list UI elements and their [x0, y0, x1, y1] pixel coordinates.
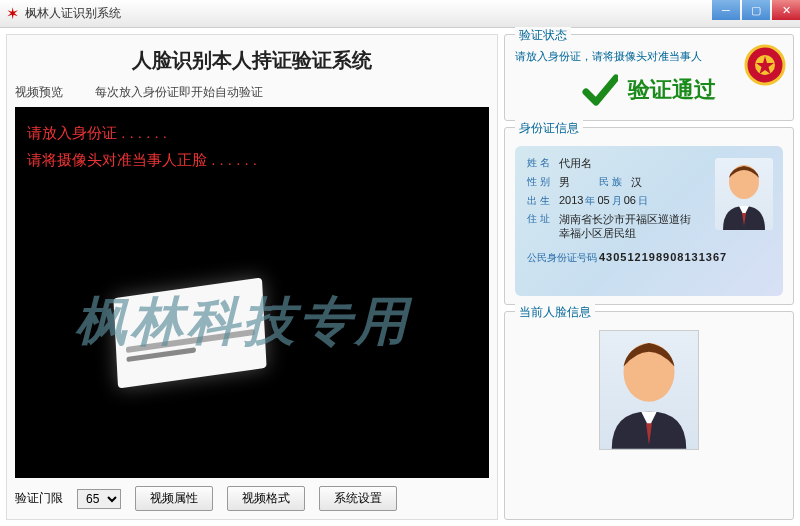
id-birth-y: 2013: [559, 194, 583, 208]
current-face-group: 当前人脸信息: [504, 311, 794, 520]
idinfo-group-title: 身份证信息: [515, 120, 583, 137]
maximize-button[interactable]: ▢: [742, 0, 770, 20]
checkmark-icon: [582, 72, 618, 108]
status-group: 验证状态 请放入身份证，请将摄像头对准当事人 验证通过: [504, 34, 794, 121]
overlay-line-1: 请放入身份证 . . . . . .: [27, 119, 257, 146]
left-panel: 人脸识别本人持证验证系统 视频预览 每次放入身份证即开始自动验证 请放入身份证 …: [6, 34, 498, 520]
preview-header: 视频预览 每次放入身份证即开始自动验证: [15, 84, 489, 101]
system-settings-button[interactable]: 系统设置: [319, 486, 397, 511]
id-nation-value: 汉: [631, 175, 642, 190]
status-group-title: 验证状态: [515, 27, 571, 44]
id-birth-m: 05: [597, 194, 609, 208]
window-title: 枫林人证识别系统: [25, 5, 121, 22]
idinfo-group: 身份证信息 姓 名代用名 性 别男民 族汉 出 生2013年05月06日 住 址…: [504, 127, 794, 305]
content-area: 人脸识别本人持证验证系统 视频预览 每次放入身份证即开始自动验证 请放入身份证 …: [0, 28, 800, 526]
window-controls: ─ ▢ ✕: [710, 0, 800, 20]
status-result: 验证通过: [628, 75, 716, 105]
overlay-instructions: 请放入身份证 . . . . . . 请将摄像头对准当事人正脸 . . . . …: [27, 119, 257, 173]
right-panel: 验证状态 请放入身份证，请将摄像头对准当事人 验证通过 身份证信息 姓 名代用名…: [504, 34, 794, 520]
app-logo-icon: ✶: [6, 4, 19, 23]
id-address-label: 住 址: [527, 212, 559, 241]
id-number-value: 430512198908131367: [599, 251, 727, 265]
id-number-label: 公民身份证号码: [527, 251, 599, 265]
avatar-icon: [600, 331, 698, 449]
overlay-line-2: 请将摄像头对准当事人正脸 . . . . . .: [27, 146, 257, 173]
id-address-value: 湖南省长沙市开福区巡道街幸福小区居民组: [559, 212, 699, 241]
id-sex-value: 男: [559, 175, 599, 190]
titlebar: ✶ 枫林人证识别系统 ─ ▢ ✕: [0, 0, 800, 28]
current-face-group-title: 当前人脸信息: [515, 304, 595, 321]
id-card: 姓 名代用名 性 别男民 族汉 出 生2013年05月06日 住 址湖南省长沙市…: [515, 146, 783, 296]
video-preview: 请放入身份证 . . . . . . 请将摄像头对准当事人正脸 . . . . …: [15, 107, 489, 478]
id-nation-label: 民 族: [599, 175, 631, 190]
id-birth-label: 出 生: [527, 194, 559, 208]
preview-label: 视频预览: [15, 84, 95, 101]
current-face-container: [515, 330, 783, 450]
id-name-value: 代用名: [559, 156, 592, 171]
bottom-toolbar: 验证门限 65 视频属性 视频格式 系统设置: [15, 486, 489, 511]
threshold-select[interactable]: 65: [77, 489, 121, 509]
video-props-button[interactable]: 视频属性: [135, 486, 213, 511]
avatar-icon: [715, 158, 773, 230]
svg-point-2: [729, 165, 759, 199]
id-photo: [715, 158, 773, 230]
video-format-button[interactable]: 视频格式: [227, 486, 305, 511]
threshold-label: 验证门限: [15, 490, 63, 507]
id-sex-label: 性 别: [527, 175, 559, 190]
scanned-card-icon: [113, 277, 266, 388]
current-face-frame: [599, 330, 699, 450]
auto-hint: 每次放入身份证即开始自动验证: [95, 84, 263, 101]
close-button[interactable]: ✕: [772, 0, 800, 20]
page-title: 人脸识别本人持证验证系统: [15, 47, 489, 74]
minimize-button[interactable]: ─: [712, 0, 740, 20]
id-birth-d: 06: [624, 194, 636, 208]
police-badge-icon: [743, 43, 787, 87]
id-name-label: 姓 名: [527, 156, 559, 171]
